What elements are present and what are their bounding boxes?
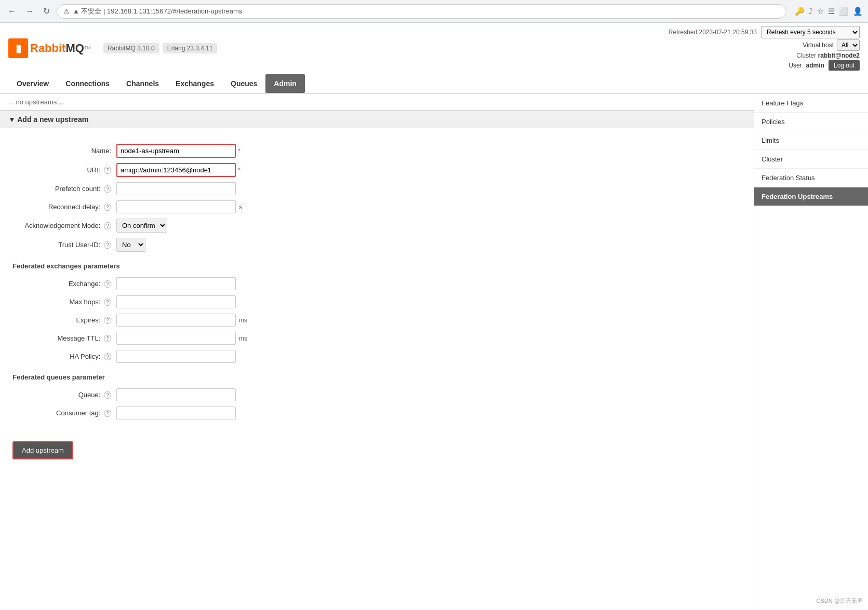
nav-exchanges[interactable]: Exchanges [167, 74, 222, 93]
forward-button[interactable]: → [23, 6, 36, 17]
ack-mode-label: Acknowledgement Mode: ? [12, 222, 116, 229]
url-text: ▲ 不安全 | 192.168.1.131:15672/#/federation… [73, 7, 780, 16]
reconnect-label: Reconnect delay: ? [12, 203, 116, 211]
message-ttl-input[interactable] [116, 332, 236, 345]
trust-userid-select[interactable]: No Yes [116, 238, 145, 252]
share-icon[interactable]: ⤴ [809, 7, 813, 16]
back-button[interactable]: ← [5, 6, 19, 17]
sidebar-item-cluster[interactable]: Cluster [754, 150, 868, 169]
expires-input[interactable] [116, 314, 236, 327]
name-row: Name: * [12, 144, 741, 158]
section-title-text: ▼ Add a new upstream [8, 115, 88, 124]
ha-policy-input[interactable] [116, 350, 236, 363]
top-right: Refreshed 2023-07-21 20:59:33 Refresh ev… [669, 26, 860, 71]
nav-connections[interactable]: Connections [57, 74, 118, 93]
exchange-row: Exchange: ? [12, 277, 741, 290]
max-hops-input[interactable] [116, 295, 236, 308]
security-warning: ⚠ [63, 7, 70, 15]
key-icon[interactable]: 🔑 [795, 7, 805, 16]
logo-text: RabbitMQTM [30, 42, 91, 55]
app-wrapper: ▮ RabbitMQTM RabbitMQ 3.10.0 Erlang 23.3… [0, 23, 868, 610]
exchange-help-icon[interactable]: ? [104, 280, 111, 288]
logo-area: ▮ RabbitMQTM RabbitMQ 3.10.0 Erlang 23.3… [8, 38, 217, 58]
reconnect-input[interactable] [116, 200, 236, 213]
reload-button[interactable]: ↻ [41, 5, 52, 17]
max-hops-row: Max hops: ? [12, 295, 741, 308]
prefetch-label: Prefetch count: ? [12, 185, 116, 193]
consumer-tag-input[interactable] [116, 406, 236, 419]
trust-userid-label: Trust User-ID: ? [12, 241, 116, 249]
vhost-select[interactable]: All [837, 39, 860, 51]
federated-queues-title: Federated queues parameter [12, 373, 741, 381]
watermark: CSDN @其无无涯 [817, 597, 863, 605]
sidebar-item-federation-status[interactable]: Federation Status [754, 169, 868, 187]
message-ttl-label: Message TTL: ? [12, 334, 116, 342]
reconnect-row: Reconnect delay: ? s [12, 200, 741, 213]
refresh-row: Refreshed 2023-07-21 20:59:33 Refresh ev… [669, 26, 860, 38]
version-badges: RabbitMQ 3.10.0 Erlang 23.3.4.11 [103, 43, 217, 53]
ack-mode-row: Acknowledgement Mode: ? On confirm On pu… [12, 219, 741, 233]
uri-label: URI: ? [12, 166, 116, 174]
consumer-tag-label: Consumer tag: ? [12, 409, 116, 417]
logo-icon: ▮ [8, 38, 28, 58]
sidebar-item-policies[interactable]: Policies [754, 113, 868, 131]
refresh-select[interactable]: Refresh every 5 seconds No refresh Refre… [761, 26, 860, 38]
prefetch-row: Prefetch count: ? [12, 182, 741, 195]
name-input[interactable] [116, 144, 236, 158]
name-required: * [238, 147, 241, 155]
reconnect-unit: s [239, 204, 242, 211]
max-hops-help-icon[interactable]: ? [104, 299, 111, 306]
expires-label: Expires: ? [12, 316, 116, 324]
vhost-row: Virtual host All [803, 39, 860, 51]
prefetch-input[interactable] [116, 182, 236, 195]
browser-chrome: ← → ↻ ⚠ ▲ 不安全 | 192.168.1.131:15672/#/fe… [0, 0, 868, 23]
queue-label: Queue: ? [12, 391, 116, 399]
nav-bar: Overview Connections Channels Exchanges … [0, 74, 868, 94]
consumer-tag-row: Consumer tag: ? [12, 406, 741, 419]
trust-userid-row: Trust User-ID: ? No Yes [12, 238, 741, 252]
sidebar-item-limits[interactable]: Limits [754, 131, 868, 150]
cluster-row: Cluster rabbit@node2 [796, 52, 860, 59]
general-params-section: Name: * URI: ? * Prefetch count: [0, 128, 754, 433]
sidebar-item-federation-upstreams[interactable]: Federation Upstreams [754, 187, 868, 206]
browser-action-icons: 🔑 ⤴ ☆ ☰ ⬜ 👤 [795, 7, 863, 16]
add-upstream-button[interactable]: Add upstream [12, 441, 73, 459]
trust-userid-help-icon[interactable]: ? [104, 241, 111, 249]
queue-input[interactable] [116, 388, 236, 401]
uri-input[interactable] [116, 163, 236, 177]
queue-help-icon[interactable]: ? [104, 391, 111, 399]
ha-policy-label: HA Policy: ? [12, 353, 116, 360]
username: admin [806, 62, 824, 69]
exchange-input[interactable] [116, 277, 236, 290]
cluster-value: rabbit@node2 [818, 52, 860, 59]
ha-policy-row: HA Policy: ? [12, 350, 741, 363]
logout-button[interactable]: Log out [829, 60, 860, 71]
message-ttl-help-icon[interactable]: ? [104, 335, 111, 342]
ack-mode-select[interactable]: On confirm On publish No ack [116, 219, 167, 233]
uri-help-icon[interactable]: ? [104, 167, 111, 174]
expires-help-icon[interactable]: ? [104, 317, 111, 324]
nav-channels[interactable]: Channels [118, 74, 167, 93]
message-ttl-unit: ms [239, 335, 247, 342]
expires-row: Expires: ? ms [12, 314, 741, 327]
extension-icon[interactable]: ☰ [828, 7, 835, 16]
nav-queues[interactable]: Queues [222, 74, 265, 93]
prefetch-help-icon[interactable]: ? [104, 185, 111, 193]
address-bar[interactable]: ⚠ ▲ 不安全 | 192.168.1.131:15672/#/federati… [57, 4, 786, 19]
window-icon[interactable]: ⬜ [839, 7, 849, 16]
ha-policy-help-icon[interactable]: ? [104, 353, 111, 360]
add-upstream-section-header[interactable]: ▼ Add a new upstream [0, 111, 754, 128]
bookmark-icon[interactable]: ☆ [817, 7, 824, 16]
sidebar-item-feature-flags[interactable]: Feature Flags [754, 94, 868, 113]
user-row: User admin Log out [789, 60, 860, 71]
top-bar: ▮ RabbitMQTM RabbitMQ 3.10.0 Erlang 23.3… [0, 23, 868, 74]
profile-icon[interactable]: 👤 [853, 7, 863, 16]
expires-unit: ms [239, 317, 247, 324]
reconnect-help-icon[interactable]: ? [104, 204, 111, 211]
consumer-tag-help-icon[interactable]: ? [104, 410, 111, 417]
ack-mode-help-icon[interactable]: ? [104, 222, 111, 229]
nav-overview[interactable]: Overview [8, 74, 57, 93]
max-hops-label: Max hops: ? [12, 298, 116, 306]
federated-exchanges-title: Federated exchanges parameters [12, 262, 741, 270]
nav-admin[interactable]: Admin [265, 74, 305, 93]
